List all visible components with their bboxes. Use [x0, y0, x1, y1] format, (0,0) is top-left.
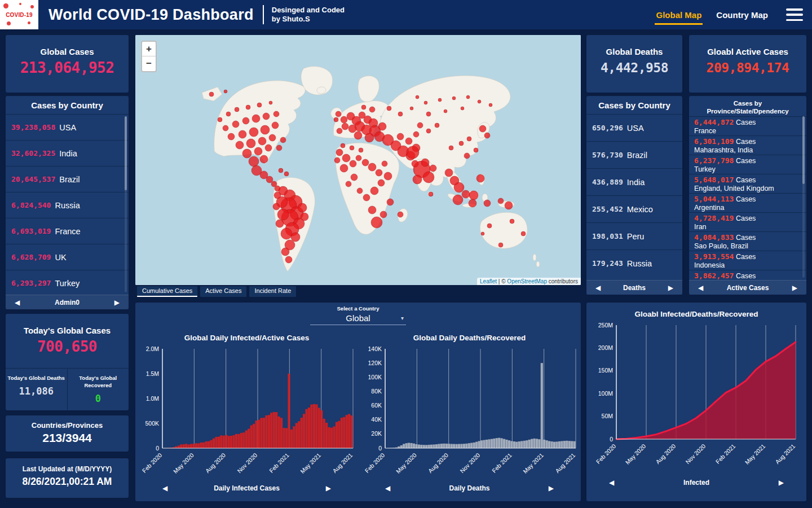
today-recovered-title: Today's Global Recovered	[68, 375, 129, 389]
daily-charts-panel: Select a Country Global ▾ Global Daily I…	[135, 303, 581, 501]
deaths-pager: ◀ Deaths ▶	[586, 280, 682, 295]
death-count-row: 576,730Brazil	[586, 141, 682, 168]
pager-label: Active Cases	[727, 284, 769, 292]
svg-text:250M: 250M	[598, 322, 613, 329]
global-deaths-panel: Global Deaths 4,442,958	[586, 35, 682, 93]
prev-icon[interactable]: ◀	[698, 284, 703, 291]
osm-link[interactable]: OpenStreetMap	[507, 278, 547, 284]
nav-global-map[interactable]: Global Map	[656, 10, 701, 20]
logo-dot	[3, 3, 8, 8]
panel-title-line2: Province/State/Dpendency	[689, 107, 806, 115]
zoom-in-button[interactable]: +	[142, 42, 156, 56]
prev-icon[interactable]: ◀	[15, 299, 20, 306]
tab-cumulative-cases[interactable]: Cumulative Cases	[137, 286, 197, 297]
province-name: Maharashtra, India	[694, 146, 801, 155]
province-name: Iran	[694, 223, 801, 231]
world-map-svg	[135, 35, 581, 285]
next-icon[interactable]: ▶	[792, 284, 797, 291]
svg-text:100K: 100K	[368, 374, 382, 380]
map-attribution: Leaflet | © OpenStreetMap contributors	[477, 278, 581, 285]
prev-icon[interactable]: ◀	[609, 479, 614, 486]
map-layer-tabs: Cumulative Cases Active Cases Incident R…	[137, 286, 296, 297]
zoom-out-button[interactable]: −	[142, 56, 156, 71]
panel-title: Countries/Provinces	[6, 415, 129, 430]
prev-icon[interactable]: ◀	[162, 485, 167, 492]
case-count: 39,238,058	[11, 123, 55, 132]
deaths-country-list: 650,296USA576,730Brazil436,889India255,4…	[586, 114, 682, 280]
country-name: Peru	[627, 232, 645, 241]
daily-deaths-chart-block: Global Daily Deaths/Recovered Feb 2020Ma…	[358, 332, 581, 496]
pager-label: Deaths	[623, 284, 646, 292]
tab-active-cases[interactable]: Active Cases	[200, 286, 246, 297]
svg-text:Aug 2021: Aug 2021	[554, 452, 576, 474]
country-case-row: 6,824,540Russia	[6, 192, 129, 218]
province-name: England, United Kingdom	[694, 185, 801, 193]
case-count: 32,602,325	[11, 149, 55, 157]
prev-icon[interactable]: ◀	[385, 485, 390, 492]
next-icon[interactable]: ▶	[114, 299, 120, 306]
country-select-value: Global	[346, 313, 370, 323]
pager-label: Daily Infected Cases	[214, 484, 280, 492]
svg-text:Nov 2020: Nov 2020	[684, 443, 707, 465]
today-deaths-cell: Today's Global Deaths 11,086	[6, 369, 68, 410]
case-count: 6,293,297	[11, 279, 51, 287]
daily-infected-chart: Feb 2020May 2020Aug 2020Nov 2020Feb 2021…	[136, 344, 358, 480]
today-deaths-title: Today's Global Deaths	[6, 375, 67, 382]
svg-text:80K: 80K	[371, 388, 382, 395]
panel-title: Global Deaths	[586, 35, 682, 56]
svg-text:Nov 2020: Nov 2020	[458, 452, 481, 474]
svg-text:May 2020: May 2020	[394, 452, 417, 475]
case-count: 4,728,419	[694, 214, 734, 222]
country-name: Brazil	[59, 175, 80, 184]
province-name: Turkey	[694, 165, 801, 174]
country-name: Russia	[55, 201, 80, 210]
svg-text:50M: 50M	[602, 413, 613, 419]
death-count-row: 255,452Mexico	[586, 195, 682, 222]
svg-text:Feb 2020: Feb 2020	[595, 443, 617, 465]
country-name: Mexico	[627, 205, 653, 214]
svg-text:40K: 40K	[371, 416, 382, 423]
scrollbar[interactable]	[125, 116, 127, 292]
nav-country-map[interactable]: Country Map	[716, 10, 768, 20]
leaflet-link[interactable]: Leaflet	[480, 278, 497, 284]
cases-word: Cases	[734, 157, 756, 165]
country-name: Russia	[627, 259, 652, 268]
global-active-cases-panel: Gloabl Active Cases 209,894,174	[689, 35, 806, 93]
death-count-row: 179,243Russia	[586, 249, 682, 277]
tab-incident-rate[interactable]: Incident Rate	[249, 286, 296, 297]
country-case-row: 6,693,019France	[6, 218, 129, 244]
next-icon[interactable]: ▶	[779, 479, 784, 486]
svg-text:Aug 2020: Aug 2020	[426, 452, 449, 474]
province-case-row: 5,648,017 CasesEngland, United Kingdom	[689, 174, 806, 193]
svg-text:Nov 2020: Nov 2020	[236, 452, 258, 474]
today-recovered-value: 0	[68, 393, 129, 404]
province-case-list: 6,444,872 CasesFrance6,301,109 CasesMaha…	[689, 116, 806, 280]
svg-text:Aug 2020: Aug 2020	[204, 452, 226, 474]
covid-logo: COVID-19	[0, 0, 38, 29]
scrollbar[interactable]	[802, 116, 805, 278]
next-icon[interactable]: ▶	[326, 485, 331, 492]
prev-icon[interactable]: ◀	[595, 284, 601, 291]
global-deaths-value: 4,442,958	[586, 60, 682, 75]
countries-provinces-value: 213/3944	[6, 431, 129, 445]
death-count: 198,031	[592, 232, 623, 240]
chart-title: Gloabl Infected/Deaths/Recovered	[586, 308, 806, 321]
country-select[interactable]: Global ▾	[310, 313, 406, 325]
next-icon[interactable]: ▶	[668, 284, 673, 291]
next-icon[interactable]: ▶	[549, 485, 554, 492]
death-count: 255,452	[592, 205, 623, 213]
death-count: 436,889	[592, 178, 623, 186]
select-country-label: Select a Country	[135, 303, 581, 312]
province-case-row: 4,728,419 CasesIran	[689, 212, 806, 231]
scrollbar-thumb[interactable]	[125, 116, 127, 190]
scrollbar-thumb[interactable]	[802, 116, 805, 184]
hamburger-menu-icon[interactable]	[786, 8, 803, 21]
chevron-down-icon: ▾	[401, 315, 404, 321]
header-nav: Global Map Country Map	[656, 8, 812, 21]
world-map[interactable]: + − Leaflet | © OpenStreetMap contributo…	[135, 35, 581, 285]
country-case-row: 32,602,325India	[6, 140, 129, 166]
country-name: Brazil	[627, 151, 647, 160]
active-cases-pager: ◀ Active Cases ▶	[689, 280, 806, 295]
panel-title: Cases by Province/State/Dpendency	[689, 96, 806, 116]
province-case-row: 6,301,109 CasesMaharashtra, India	[689, 135, 806, 155]
